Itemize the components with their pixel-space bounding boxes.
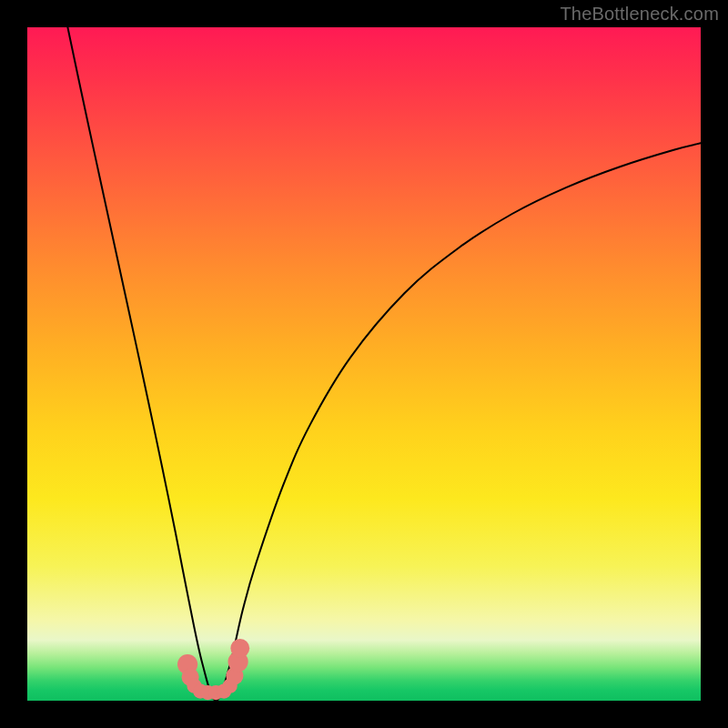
marker-dot bbox=[230, 639, 249, 658]
chart-frame: TheBottleneck.com bbox=[0, 0, 728, 728]
watermark-text: TheBottleneck.com bbox=[560, 4, 719, 25]
plot-area bbox=[27, 27, 701, 701]
curve-markers bbox=[177, 639, 249, 700]
curve-svg bbox=[27, 27, 701, 701]
bottleneck-curve bbox=[67, 27, 701, 701]
